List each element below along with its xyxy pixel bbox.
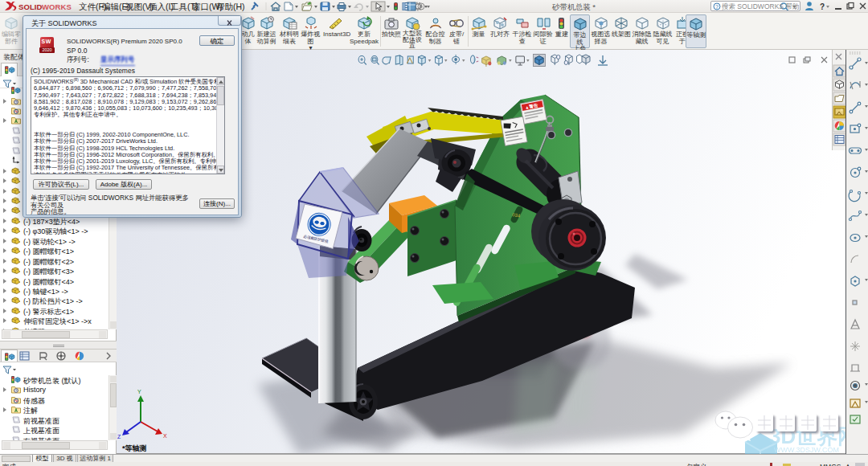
svg-text:Z: Z (117, 434, 121, 439)
svg-text:?: ? (820, 2, 825, 11)
svg-text:WWW.3DSJW.COM: WWW.3DSJW.COM (774, 446, 839, 454)
svg-text:X: X (163, 433, 167, 439)
svg-text:WORKS: WORKS (42, 2, 72, 11)
svg-text:?: ? (715, 4, 719, 10)
svg-text:Y: Y (137, 389, 141, 394)
svg-text:SOLID: SOLID (18, 2, 43, 11)
